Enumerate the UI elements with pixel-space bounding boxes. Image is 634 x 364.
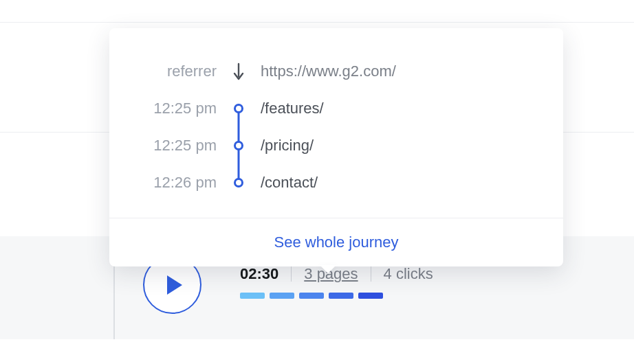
timeline-cell [217,90,261,127]
timeline-dot-icon [234,178,243,187]
arrow-down-icon [232,62,245,80]
progress-segment [329,293,353,299]
progress-segments [240,293,433,299]
progress-segment [358,293,383,299]
journey-step-row: 12:25 pm /pricing/ [134,127,538,164]
see-whole-journey-link[interactable]: See whole journey [274,234,398,251]
session-stats: 02:30 3 pages 4 clicks [240,265,433,283]
timeline-cell [217,127,261,164]
session-clicks: 4 clicks [384,265,433,283]
referrer-label: referrer [134,62,217,80]
timeline-cell [217,53,261,90]
journey-referrer-row: referrer https://www.g2.com/ [134,53,538,90]
step-path: /contact/ [261,174,318,192]
journey-popover: referrer https://www.g2.com/ 12:25 pm /f… [109,28,563,266]
divider-line [0,22,634,23]
step-path: /features/ [261,100,324,117]
journey-step-row: 12:26 pm /contact/ [134,164,538,201]
step-time: 12:26 pm [134,174,217,192]
step-time: 12:25 pm [134,100,217,117]
session-duration: 02:30 [240,265,278,283]
timeline-dot-icon [234,141,243,150]
step-path: /pricing/ [261,137,314,155]
journey-popover-body: referrer https://www.g2.com/ 12:25 pm /f… [109,28,563,218]
progress-segment [240,293,265,299]
stat-divider [291,266,292,282]
step-time: 12:25 pm [134,137,217,155]
timeline-cell [217,164,261,201]
progress-segment [270,293,294,299]
popover-arrow-icon [320,265,336,273]
referrer-url: https://www.g2.com/ [261,62,396,80]
play-icon [167,275,182,295]
journey-popover-footer: See whole journey [109,218,563,266]
timeline-dot-icon [234,104,243,113]
journey-step-row: 12:25 pm /features/ [134,90,538,127]
progress-segment [299,293,324,299]
stat-divider [371,266,371,282]
